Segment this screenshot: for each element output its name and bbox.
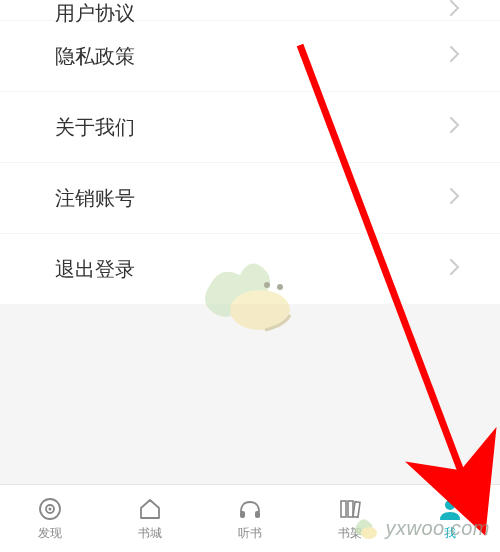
svg-rect-6 (240, 511, 245, 518)
svg-point-11 (445, 500, 455, 510)
chevron-right-icon (450, 0, 460, 20)
list-item-label: 隐私政策 (55, 43, 135, 70)
list-item-label: 关于我们 (55, 114, 135, 141)
svg-point-5 (49, 507, 52, 510)
svg-rect-8 (341, 501, 346, 517)
chevron-right-icon (450, 259, 460, 279)
tab-bookshelf[interactable]: 书架 (300, 485, 400, 552)
svg-rect-7 (255, 511, 260, 518)
list-item-label: 注销账号 (55, 185, 135, 212)
headphones-icon (237, 496, 263, 522)
tab-label: 听书 (238, 525, 262, 542)
tab-label: 书城 (138, 525, 162, 542)
list-item-logout[interactable]: 退出登录 (0, 234, 500, 304)
tab-bookstore[interactable]: 书城 (100, 485, 200, 552)
list-item-user-agreement[interactable]: 用户协议 (0, 0, 500, 20)
tab-label: 书架 (338, 525, 362, 542)
chevron-right-icon (450, 46, 460, 66)
tab-label: 发现 (38, 525, 62, 542)
svg-rect-10 (353, 501, 360, 517)
list-item-privacy-policy[interactable]: 隐私政策 (0, 21, 500, 91)
list-item-label: 用户协议 (55, 0, 135, 27)
settings-list: 用户协议 隐私政策 关于我们 注销账号 退出登录 (0, 0, 500, 305)
svg-rect-9 (348, 501, 353, 517)
list-item-about-us[interactable]: 关于我们 (0, 92, 500, 162)
tab-label: 我 (444, 525, 456, 542)
chevron-right-icon (450, 188, 460, 208)
eye-icon (37, 496, 63, 522)
bottom-tabbar: 发现 书城 听书 书架 我 (0, 484, 500, 552)
list-item-delete-account[interactable]: 注销账号 (0, 163, 500, 233)
person-icon (437, 496, 463, 522)
home-icon (137, 496, 163, 522)
bookshelf-icon (337, 496, 363, 522)
chevron-right-icon (450, 117, 460, 137)
tab-discover[interactable]: 发现 (0, 485, 100, 552)
tab-audiobook[interactable]: 听书 (200, 485, 300, 552)
list-item-label: 退出登录 (55, 256, 135, 283)
tab-me[interactable]: 我 (400, 485, 500, 552)
